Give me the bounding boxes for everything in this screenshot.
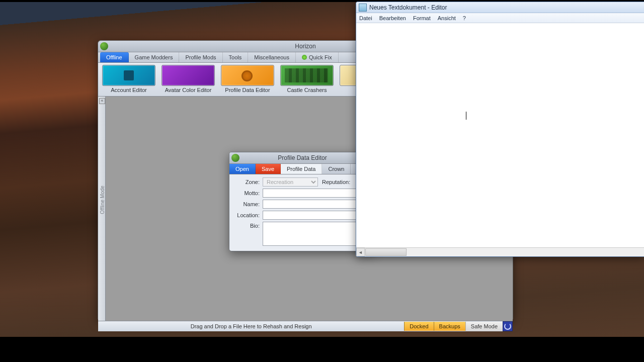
tab-quick-fix[interactable]: Quick Fix (296, 52, 339, 62)
avatar-color-editor-icon (162, 65, 215, 86)
menu-format[interactable]: Format (413, 15, 431, 21)
row-zone: Zone: Recreation Reputation: (232, 177, 372, 187)
menu-view[interactable]: Ansicht (438, 15, 456, 21)
ribbon-label: Avatar Color Editor (165, 87, 212, 93)
xbox-icon (100, 42, 108, 50)
ribbon-account-editor[interactable]: Account Editor (102, 65, 155, 96)
backups-button[interactable]: Backups (434, 322, 465, 331)
ribbon-label: Account Editor (111, 87, 147, 93)
ribbon-label: Castle Crashers (287, 87, 327, 93)
ribbon-castle-crashers[interactable]: Castle Crashers (280, 65, 334, 96)
tab-game-modders[interactable]: Game Modders (129, 52, 180, 62)
account-editor-icon (102, 65, 155, 86)
pde-tabbar: Open Save Profile Data Crown (229, 164, 375, 174)
pde-title-text: Profile Data Editor (278, 154, 327, 161)
sidebar-mode-label: Offline Mode (100, 185, 105, 215)
notepad-icon (359, 4, 367, 12)
notepad-text-area[interactable] (356, 23, 644, 247)
horizontal-scrollbar[interactable]: ◄ (356, 247, 644, 256)
tab-miscellaneous[interactable]: Miscellaneous (248, 52, 296, 62)
motto-label: Motto: (232, 190, 260, 196)
scroll-left-arrow-icon[interactable]: ◄ (356, 248, 365, 256)
scroll-thumb[interactable] (365, 248, 407, 256)
notepad-window: Neues Textdokument - Editor Datei Bearbe… (356, 2, 644, 257)
tab-tools[interactable]: Tools (223, 52, 249, 62)
location-label: Location: (232, 212, 260, 218)
text-caret (466, 112, 466, 120)
pde-form: Zone: Recreation Reputation: Motto: Name… (229, 174, 375, 251)
ribbon-avatar-color-editor[interactable]: Avatar Color Editor (162, 65, 215, 96)
reputation-label: Reputation: (322, 179, 350, 185)
notepad-titlebar[interactable]: Neues Textdokument - Editor (356, 2, 644, 13)
footer-hint: Drag and Drop a File Here to Rehash and … (98, 323, 404, 329)
bio-label: Bio: (232, 223, 260, 229)
pde-titlebar[interactable]: Profile Data Editor (229, 152, 375, 164)
row-bio: Bio: (232, 222, 372, 246)
open-button[interactable]: Open (229, 164, 256, 174)
name-label: Name: (232, 201, 260, 207)
ribbon-profile-data-editor[interactable]: Profile Data Editor (221, 65, 274, 96)
profile-data-editor-icon (221, 65, 274, 86)
xbox-icon (231, 154, 239, 162)
zone-label: Zone: (232, 179, 260, 185)
tab-crown[interactable]: Crown (322, 164, 351, 174)
tab-profile-data[interactable]: Profile Data (281, 164, 322, 174)
sidebar-collapse-button[interactable]: « (99, 98, 105, 104)
castle-crashers-icon (280, 65, 334, 86)
horizon-title: Horizon (295, 43, 315, 50)
row-name: Name: (232, 200, 372, 209)
notepad-menubar: Datei Bearbeiten Format Ansicht ? (356, 13, 644, 23)
tab-profile-mods[interactable]: Profile Mods (179, 52, 222, 62)
horizon-footer: Drag and Drop a File Here to Rehash and … (98, 321, 513, 331)
menu-edit[interactable]: Bearbeiten (379, 15, 406, 21)
notepad-title-text: Neues Textdokument - Editor (369, 4, 447, 11)
save-button[interactable]: Save (256, 164, 281, 174)
menu-help[interactable]: ? (463, 15, 466, 21)
letterbox-bottom (0, 337, 644, 362)
tab-offline[interactable]: Offline (100, 52, 129, 62)
ribbon-label: Profile Data Editor (225, 87, 270, 93)
menu-file[interactable]: Datei (359, 15, 372, 21)
docked-button[interactable]: Docked (404, 322, 433, 331)
refresh-icon[interactable] (503, 321, 513, 331)
row-motto: Motto: (232, 189, 372, 198)
zone-select[interactable]: Recreation (263, 177, 318, 187)
horizon-sidebar: « Offline Mode (98, 97, 106, 321)
profile-data-editor-dialog: Profile Data Editor Open Save Profile Da… (229, 152, 376, 251)
row-location: Location: (232, 211, 372, 220)
safe-mode-button[interactable]: Safe Mode (465, 322, 503, 331)
